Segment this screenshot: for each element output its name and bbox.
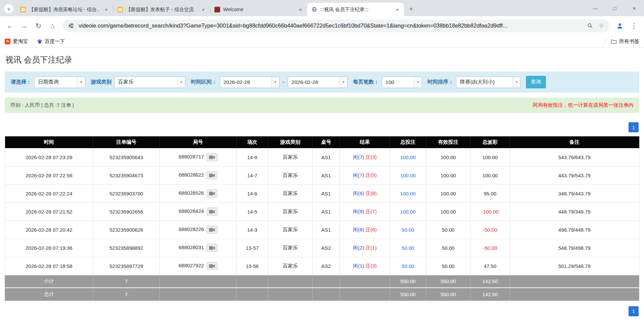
profile-avatar-icon[interactable] bbox=[614, 20, 626, 32]
search-button[interactable]: 查询 bbox=[526, 76, 546, 88]
mail-favicon-icon bbox=[117, 7, 123, 12]
cell-bet-id: 523235900626 bbox=[93, 221, 160, 239]
chevron-down-icon: ▾ bbox=[512, 77, 520, 88]
search-lens-icon[interactable] bbox=[586, 22, 594, 30]
video-replay-button[interactable] bbox=[207, 153, 217, 161]
cell-table-no: AS2 bbox=[313, 239, 340, 257]
query-type-select[interactable]: 日期查询 ▾ bbox=[34, 77, 85, 88]
cell-time: 2026-02-28 07:22:56 bbox=[5, 166, 93, 184]
cell-session: 14-7 bbox=[236, 166, 268, 184]
close-button[interactable]: × bbox=[625, 0, 644, 16]
empty-cell bbox=[340, 288, 390, 301]
total-bet-link[interactable]: 50.00 bbox=[402, 227, 414, 233]
tab-welcome[interactable]: Welcome × bbox=[210, 3, 307, 16]
bookmark-taobao[interactable]: 淘 爱淘宝 bbox=[5, 38, 28, 45]
total-total-bet: 550.00 bbox=[390, 288, 426, 301]
minimize-button[interactable]: — bbox=[586, 0, 605, 16]
video-replay-button[interactable] bbox=[207, 208, 217, 216]
cell-game: 百家乐 bbox=[268, 202, 313, 221]
address-bar[interactable]: videoie.com/game/betrecord_search/kind3?… bbox=[63, 19, 610, 32]
total-bet-link[interactable]: 100.00 bbox=[400, 154, 416, 160]
col-total-bet: 总投注 bbox=[390, 136, 426, 148]
tab-title: :::视讯 会员下注纪录::: bbox=[320, 6, 391, 13]
navigation-bar: ← → ↻ ⌂ videoie.com/game/betrecord_searc… bbox=[0, 16, 644, 35]
video-replay-button[interactable] bbox=[207, 189, 217, 197]
total-bet-link[interactable]: 50.00 bbox=[402, 245, 414, 251]
query-type-value: 日期查询 bbox=[35, 79, 77, 86]
cell-total-bet: 100.00 bbox=[390, 184, 426, 202]
url-text[interactable]: videoie.com/game/betrecord_search/kind3?… bbox=[79, 22, 582, 29]
game-type-value: 百家乐 bbox=[115, 79, 177, 86]
video-replay-button[interactable] bbox=[207, 226, 217, 234]
tab-bet-records-active[interactable]: :::视讯 会员下注纪录::: × bbox=[307, 3, 404, 16]
tab-forum-1[interactable]: 【新提醒】海燕策略论坛 - 综合... × bbox=[16, 3, 113, 16]
col-round: 局号 bbox=[160, 136, 236, 148]
maximize-button[interactable]: □ bbox=[605, 0, 625, 16]
round-number: 688028526 bbox=[179, 190, 204, 196]
col-session: 场次 bbox=[236, 136, 268, 148]
round-number: 688028424 bbox=[179, 208, 204, 214]
forward-icon[interactable]: → bbox=[18, 20, 30, 32]
home-icon[interactable]: ⌂ bbox=[46, 20, 58, 32]
round-number: 688028226 bbox=[179, 226, 204, 232]
col-result: 结果 bbox=[340, 136, 390, 148]
cell-total-bet: 100.00 bbox=[390, 166, 426, 184]
date-from-select[interactable]: 2026-02-28 ▾ bbox=[220, 77, 280, 88]
round-number: 688028031 bbox=[179, 244, 204, 250]
site-info-tune-icon[interactable] bbox=[67, 22, 75, 30]
cell-bet-id: 523235897729 bbox=[93, 257, 160, 275]
summary-warning-text: 同局有效投注，统一计算在该局第一张注单内 bbox=[533, 102, 634, 108]
result-banker: 庄(8) bbox=[365, 190, 376, 196]
tab-forum-2[interactable]: 【新提醒】发表帖子 - 综合交流 × bbox=[113, 3, 210, 16]
tab-close-icon[interactable]: × bbox=[297, 6, 304, 13]
cell-table-no: AS2 bbox=[313, 257, 340, 275]
game-type-select[interactable]: 百家乐 ▾ bbox=[114, 77, 186, 88]
page-size-select[interactable]: 100 ▾ bbox=[382, 77, 422, 88]
tab-close-icon[interactable]: × bbox=[200, 6, 207, 13]
table-row: 2026-02-28 07:20:42 523235900626 6880282… bbox=[5, 221, 639, 239]
sort-order-select[interactable]: 降幂(由大到小) ▾ bbox=[456, 77, 521, 88]
bookmark-star-icon[interactable]: ☆ bbox=[598, 22, 605, 30]
page-size-label: 每页笔数： bbox=[353, 79, 379, 86]
video-replay-button[interactable] bbox=[207, 171, 217, 179]
menu-kebab-icon[interactable]: ⋮ bbox=[628, 20, 640, 32]
new-tab-button[interactable]: + bbox=[406, 4, 416, 14]
cell-game: 百家乐 bbox=[268, 184, 313, 202]
cell-note: 543.79/643.79 bbox=[510, 148, 639, 166]
empty-cell bbox=[510, 288, 639, 301]
taobao-icon: 淘 bbox=[5, 39, 10, 44]
cell-payout: -50.00 bbox=[470, 221, 510, 239]
video-replay-button[interactable] bbox=[207, 262, 217, 270]
col-payout: 总派彩 bbox=[470, 136, 510, 148]
back-icon[interactable]: ← bbox=[4, 20, 16, 32]
sort-order-value: 降幂(由大到小) bbox=[456, 79, 512, 86]
cell-round: 688027922 bbox=[160, 257, 236, 275]
tab-close-icon[interactable]: × bbox=[103, 6, 110, 13]
total-bet-link[interactable]: 100.00 bbox=[400, 191, 416, 196]
cell-valid-bet: 100.00 bbox=[426, 184, 470, 202]
reload-icon[interactable]: ↻ bbox=[32, 20, 44, 32]
total-bet-link[interactable]: 100.00 bbox=[400, 173, 416, 178]
total-bet-link[interactable]: 50.00 bbox=[402, 263, 414, 269]
bookmark-label: 百度一下 bbox=[45, 38, 65, 45]
cell-payout: -100.00 bbox=[470, 202, 510, 221]
cell-valid-bet: 100.00 bbox=[426, 166, 470, 184]
all-bookmarks-button[interactable]: 所有书签 bbox=[611, 38, 639, 45]
total-bet-link[interactable]: 100.00 bbox=[400, 209, 416, 215]
table-row: 2026-02-28 07:23:28 523235905643 6880287… bbox=[5, 148, 639, 166]
bookmarks-divider bbox=[605, 38, 606, 45]
date-to-select[interactable]: 2026-02-28 ▾ bbox=[288, 77, 348, 88]
page-size-value: 100 bbox=[382, 79, 414, 85]
pagination-page-1[interactable]: 1 bbox=[629, 122, 639, 132]
bookmark-baidu[interactable]: 百度一下 bbox=[37, 38, 65, 45]
total-payout: 142.50 bbox=[470, 288, 510, 301]
empty-cell bbox=[236, 275, 268, 288]
result-banker: 庄(3) bbox=[365, 263, 376, 269]
cell-valid-bet: 100.00 bbox=[426, 148, 470, 166]
tab-close-icon[interactable]: × bbox=[394, 6, 401, 13]
summary-currency-count: 币别 : 人民币 | 总共 :7 注单 | bbox=[10, 102, 74, 108]
video-replay-button[interactable] bbox=[207, 244, 217, 252]
tab-search-button[interactable]: ∨ bbox=[4, 4, 13, 13]
pagination-page-1[interactable]: 1 bbox=[629, 306, 639, 316]
table-row: 2026-02-28 07:21:52 523235902656 6880284… bbox=[5, 202, 639, 221]
